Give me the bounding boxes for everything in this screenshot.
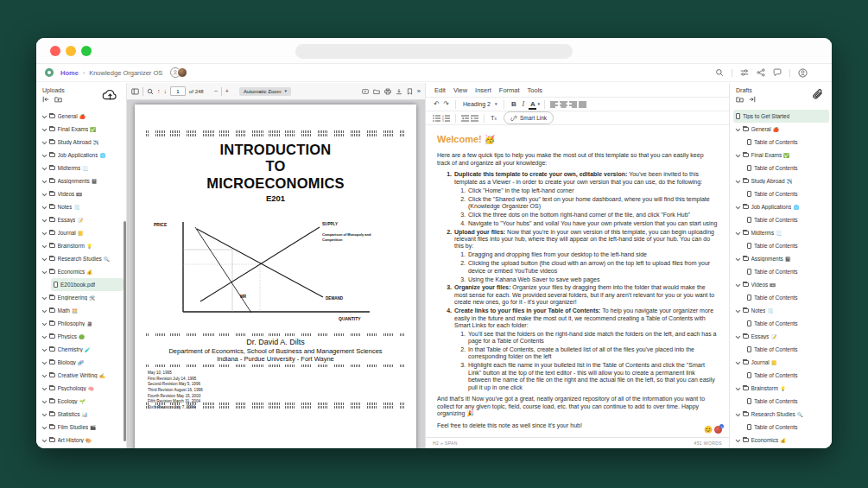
collapse-left-icon[interactable] <box>42 96 49 103</box>
drafts-tree-item[interactable]: Job Applications 🌐 <box>733 200 829 213</box>
bold-icon[interactable]: B <box>509 99 518 110</box>
search-icon[interactable] <box>715 68 724 77</box>
pdf-search-icon[interactable] <box>147 88 154 95</box>
uploads-tree-item[interactable]: Study Abroad ✈️ <box>40 136 124 149</box>
chevron-down-icon[interactable] <box>42 333 47 338</box>
drafts-tree-item[interactable]: General 🍎 <box>733 123 829 136</box>
chevron-down-icon[interactable] <box>42 243 47 247</box>
chevron-down-icon[interactable] <box>736 152 740 156</box>
avatar[interactable] <box>177 67 187 78</box>
new-folder-icon[interactable] <box>54 96 62 103</box>
doc-block[interactable]: 4. Create links to your files in your Ta… <box>437 307 718 329</box>
chevron-down-icon[interactable] <box>736 204 740 208</box>
menu-item[interactable]: Edit <box>434 86 446 94</box>
uploads-tree-item[interactable]: Videos 📼 <box>40 187 124 200</box>
menu-item[interactable]: View <box>453 86 467 94</box>
menu-item[interactable]: Format <box>499 86 520 94</box>
doc-block[interactable]: 2. Upload your files: Now that you're in… <box>437 229 718 250</box>
chevron-down-icon[interactable] <box>736 307 740 312</box>
account-icon[interactable] <box>798 68 808 78</box>
uploads-tree-item[interactable]: Job Applications 🌐 <box>40 149 124 162</box>
doc-block[interactable]: 1. You'll see that the folders on the ri… <box>437 331 718 345</box>
smiley-emoji[interactable]: 😊 <box>704 427 713 434</box>
uploads-tree-item[interactable]: Film Studies 🎬 <box>40 421 124 434</box>
uploads-tree-item[interactable]: Engineering 🛠️ <box>40 291 124 304</box>
close-window-button[interactable] <box>50 46 60 56</box>
uploads-tree-item[interactable]: Chemistry 🧪 <box>40 343 124 356</box>
minimize-window-button[interactable] <box>66 46 76 56</box>
chevron-down-icon[interactable] <box>42 126 47 130</box>
uploads-tree-item[interactable]: E201book.pdf <box>51 278 124 291</box>
uploads-tree-item[interactable]: Physics 🟢 <box>40 330 124 343</box>
chevron-down-icon[interactable] <box>736 359 740 364</box>
chevron-down-icon[interactable] <box>42 424 47 428</box>
drafts-tree-item[interactable]: Table of Contents <box>744 369 829 382</box>
pdf-print-icon[interactable] <box>384 88 391 95</box>
drafts-tree-item[interactable]: Table of Contents <box>744 265 829 278</box>
undo-icon[interactable]: ↶ <box>432 99 441 110</box>
chevron-down-icon[interactable] <box>736 126 740 130</box>
drafts-tree-item[interactable]: Table of Contents <box>744 317 829 330</box>
chevron-down-icon[interactable] <box>42 152 47 156</box>
new-folder-icon[interactable] <box>736 96 744 103</box>
doc-block[interactable]: 1. Dragging and dropping files from your… <box>437 251 718 258</box>
smart-link-button[interactable]: Smart Link <box>504 111 554 124</box>
doc-block[interactable]: 4. Navigate to "Your hubs" and voila! Yo… <box>437 220 718 227</box>
align-right-icon[interactable] <box>568 99 578 110</box>
chevron-down-icon[interactable] <box>42 346 47 351</box>
uploads-tree-item[interactable]: Creative Writing ✍️ <box>40 369 124 382</box>
uploads-tree-item[interactable]: Assignments 📓 <box>40 174 124 187</box>
chevron-down-icon[interactable] <box>736 411 740 415</box>
uploads-tree-item[interactable]: Psychology 🧠 <box>40 382 124 395</box>
drafts-tree-item[interactable]: Study Abroad ✈️ <box>733 174 829 187</box>
chevron-down-icon[interactable] <box>42 256 47 260</box>
pdf-zoom-in-icon[interactable]: + <box>225 88 229 94</box>
drafts-tree-item[interactable]: Final Exams ✅ <box>733 149 829 162</box>
uploads-tree-item[interactable]: Biology 🧬 <box>40 356 124 369</box>
upload-cloud-icon[interactable] <box>102 88 118 101</box>
chevron-down-icon[interactable] <box>42 165 47 169</box>
drafts-tree-item[interactable]: Midterms 📃 <box>733 226 829 239</box>
doc-block[interactable]: 3. Highlight each file name in your bull… <box>437 362 718 391</box>
chevron-down-icon[interactable] <box>42 437 47 441</box>
drafts-tree-item[interactable]: Table of Contents <box>744 136 829 149</box>
doc-block[interactable]: 2. Clicking the upload button (the cloud… <box>437 260 718 275</box>
heading-style-select[interactable]: Heading 2 ▾ <box>460 101 499 107</box>
doc-block[interactable]: Here are a few quick tips to help you ma… <box>437 152 718 167</box>
chevron-down-icon[interactable] <box>42 178 47 182</box>
align-left-icon[interactable] <box>549 99 559 110</box>
chevron-down-icon[interactable] <box>42 372 47 377</box>
share-icon[interactable] <box>757 68 765 77</box>
drafts-tree-item[interactable]: Journal 📒 <box>733 356 829 369</box>
pdf-zoom-select[interactable]: Automatic Zoom ▾ <box>239 87 291 96</box>
chevron-down-icon[interactable] <box>736 282 740 286</box>
drafts-tree-item[interactable]: Table of Contents <box>744 291 829 304</box>
uploads-tree-item[interactable]: Economics 💰 <box>40 265 124 278</box>
drafts-tree-item[interactable]: Notes 🗒️ <box>733 304 829 317</box>
presence-avatar[interactable] <box>714 426 722 434</box>
doc-block[interactable]: 2. In that Table of Contents, create a b… <box>437 346 718 361</box>
drafts-tree-item[interactable]: Table of Contents <box>744 343 829 356</box>
chevron-down-icon[interactable] <box>736 333 740 338</box>
redo-icon[interactable]: ↷ <box>441 99 451 110</box>
italic-icon[interactable]: I <box>518 99 528 110</box>
uploads-tree-item[interactable]: Brainstorm 💡 <box>40 239 124 252</box>
uploads-tree-item[interactable]: Statistics 📊 <box>40 408 124 421</box>
chevron-down-icon[interactable] <box>42 359 47 364</box>
chevron-down-icon[interactable] <box>42 113 47 117</box>
chevron-down-icon[interactable] <box>42 204 47 208</box>
sliders-icon[interactable] <box>740 68 749 77</box>
indent-icon[interactable] <box>470 113 479 124</box>
drafts-tree-item[interactable]: Tips to Get Started <box>733 110 829 123</box>
doc-block[interactable]: And that's it! Now you've got a great, n… <box>437 396 718 417</box>
outdent-icon[interactable] <box>460 113 470 124</box>
doc-block[interactable]: 2. Click the "Shared with you" text on y… <box>437 196 718 211</box>
uploads-tree-item[interactable]: Philosophy 🗿 <box>40 317 124 330</box>
collapse-right-icon[interactable] <box>749 96 756 103</box>
uploads-tree-item[interactable]: Final Exams ✅ <box>40 123 124 136</box>
chevron-down-icon[interactable] <box>42 398 47 402</box>
drafts-tree-item[interactable]: Table of Contents <box>744 239 829 252</box>
doc-block[interactable]: 1. Click "Home" in the top left-hand cor… <box>437 187 718 194</box>
drafts-tree-item[interactable]: Research Studies 🔍 <box>733 408 829 421</box>
chevron-down-icon[interactable] <box>736 385 740 390</box>
